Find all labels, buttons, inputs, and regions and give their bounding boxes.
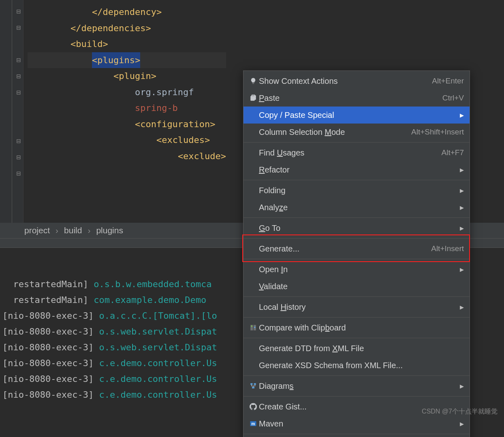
fold-marker[interactable]: ⊟ (15, 73, 22, 79)
menu-separator (243, 217, 470, 218)
maven-icon: m (248, 420, 259, 427)
menu-item[interactable]: Go To▶ (243, 220, 470, 237)
menu-separator (243, 259, 470, 259)
menu-item[interactable]: Open In▶ (243, 261, 470, 278)
menu-separator (243, 180, 470, 180)
menu-separator (243, 375, 470, 376)
menu-item[interactable]: Copy / Paste Special▶ (243, 107, 470, 124)
chevron-right-icon: ▶ (460, 304, 464, 310)
svg-rect-0 (250, 383, 252, 385)
menu-item[interactable]: Compare with Clipboard (243, 319, 470, 336)
fold-marker[interactable]: ⊟ (15, 138, 22, 144)
fold-guide (12, 0, 12, 227)
menu-item-label: Open In (259, 265, 457, 274)
menu-item[interactable]: Generate XSD Schema from XML File... (243, 357, 470, 374)
menu-item-label: Analyze (259, 203, 457, 212)
menu-separator (243, 317, 470, 318)
watermark: CSDN @7个十点半就睡觉 (422, 407, 498, 416)
code-lines[interactable]: </dependency> </dependencies> <build> <p… (23, 0, 230, 223)
breadcrumb-sep: › (56, 226, 58, 235)
chevron-right-icon: ▶ (460, 266, 464, 273)
menu-item[interactable]: Local History▶ (243, 298, 470, 315)
chevron-right-icon: ▶ (460, 225, 464, 231)
chevron-right-icon: ▶ (460, 421, 464, 427)
breadcrumb-item[interactable]: plugins (96, 226, 123, 235)
menu-item-label: Generate... (259, 244, 431, 254)
menu-item-label: Maven (259, 419, 457, 428)
menu-separator (243, 142, 470, 143)
fold-marker[interactable]: ⊟ (15, 170, 22, 177)
fold-marker[interactable]: ⊟ (15, 24, 22, 31)
menu-item-shortcut: Alt+F7 (442, 148, 464, 157)
menu-separator (243, 238, 470, 239)
menu-item-shortcut: Alt+Enter (432, 77, 464, 85)
menu-item-label: Local History (259, 303, 457, 312)
chevron-right-icon: ▶ (460, 167, 464, 173)
svg-rect-1 (254, 383, 256, 385)
svg-text:m: m (251, 421, 255, 426)
bulb-icon (248, 77, 259, 85)
menu-item-label: Go To (259, 224, 457, 233)
chevron-right-icon: ▶ (460, 205, 464, 211)
menu-item-label: Validate (259, 282, 464, 291)
menu-item-label: Paste (259, 94, 442, 103)
clipboard-icon (248, 94, 259, 102)
menu-item-shortcut: Ctrl+V (442, 94, 464, 102)
menu-item[interactable]: Generate...Alt+Insert (243, 240, 470, 257)
compare-icon (248, 324, 259, 331)
fold-marker[interactable]: ⊟ (15, 57, 22, 63)
menu-item[interactable]: Analyze▶ (243, 199, 470, 216)
breadcrumb-item[interactable]: build (64, 226, 82, 235)
github-icon (248, 403, 259, 410)
menu-item-label: Generate DTD from XML File (259, 344, 464, 353)
menu-item[interactable]: Show Context ActionsAlt+Enter (243, 72, 470, 90)
fold-marker[interactable]: ⊟ (15, 154, 22, 160)
menu-separator (243, 434, 470, 434)
menu-item-label: Refactor (259, 165, 457, 175)
menu-item-shortcut: Alt+Shift+Insert (411, 128, 464, 136)
chevron-right-icon: ▶ (460, 112, 464, 118)
menu-item-label: Diagrams (259, 382, 457, 391)
gutter: ⊟ ⊟ ⊟ ⊟ ⊟ ⊟ ⊟ ⊟ (0, 0, 23, 223)
chevron-right-icon: ▶ (460, 383, 464, 389)
fold-marker[interactable]: ⊟ (15, 89, 22, 96)
breadcrumb-item[interactable]: project (24, 226, 50, 235)
menu-separator (243, 296, 470, 297)
menu-item[interactable]: Column Selection ModeAlt+Shift+Insert (243, 124, 470, 141)
menu-separator (243, 338, 470, 338)
menu-item-label: Copy / Paste Special (259, 111, 457, 120)
menu-item-label: Find Usages (259, 148, 442, 158)
menu-item[interactable]: Validate (243, 278, 470, 295)
menu-item-label: Generate XSD Schema from XML File... (259, 361, 464, 370)
svg-rect-2 (252, 387, 254, 388)
fold-marker[interactable]: ⊟ (15, 8, 22, 15)
menu-item[interactable]: Generate DTD from XML File (243, 340, 470, 357)
menu-item-label: Column Selection Mode (259, 128, 411, 137)
menu-item[interactable]: PasteCtrl+V (243, 90, 470, 107)
diagram-icon (248, 382, 259, 390)
menu-item-label: Compare with Clipboard (259, 323, 464, 333)
menu-item[interactable]: mMaven▶ (243, 415, 470, 432)
menu-item-label: Show Context Actions (259, 77, 432, 86)
menu-separator (243, 396, 470, 396)
menu-item[interactable]: Refactor▶ (243, 161, 470, 178)
context-menu: Show Context ActionsAlt+EnterPasteCtrl+V… (243, 70, 470, 437)
menu-item-label: Folding (259, 186, 457, 195)
menu-item[interactable]: Find UsagesAlt+F7 (243, 144, 470, 161)
menu-item[interactable]: Diagrams▶ (243, 377, 470, 394)
menu-item-shortcut: Alt+Insert (431, 244, 464, 253)
menu-item[interactable]: Folding▶ (243, 182, 470, 199)
chevron-right-icon: ▶ (460, 188, 464, 194)
breadcrumb-sep: › (88, 226, 90, 235)
